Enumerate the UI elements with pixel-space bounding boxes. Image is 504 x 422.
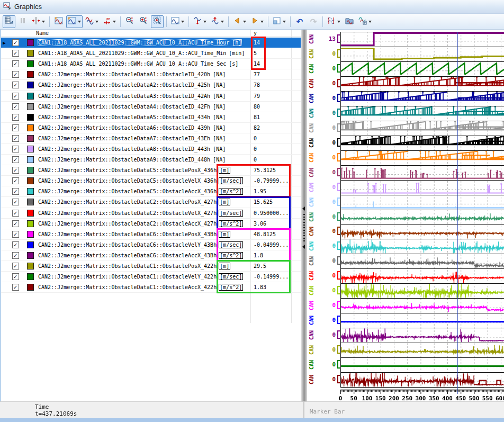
signal-name[interactable]: CAN2::J2merge::Matrix::ObstacleDataC1::O… [38,284,243,290]
table-row[interactable]: ✓CAN2::J2merge::Matrix::ObstacleDataC6::… [1,240,301,250]
table-row[interactable]: ✓CAN2::J2merge::Matrix::ObstacleDataA9::… [1,155,301,165]
signal-color-swatch[interactable] [27,114,34,121]
signal-color-swatch[interactable] [27,210,34,217]
table-row[interactable]: ✓CAN2::J2merge::Matrix::ObstacleDataC1::… [1,282,301,293]
table-row[interactable]: ✓CAN2::J2merge::Matrix::ObstacleDataC2::… [1,208,301,219]
signal-name[interactable]: CAN2::J2merge::Matrix::ObstacleDataC6::O… [38,253,243,258]
axis-config-button[interactable] [30,15,47,28]
table-row[interactable]: ✓CAN2::J2merge::Matrix::ObstacleDataA2::… [1,80,301,91]
splitter-collapse-icon[interactable] [302,206,305,211]
signal-name[interactable]: CAN1::A18_ADAS_ALL_20211029::GWM::GW_ACU… [38,40,241,46]
signal-visibility-checkbox[interactable]: ✓ [12,124,19,131]
signal-down-button[interactable] [192,15,208,28]
table-row[interactable]: ✓CAN2::J2merge::Matrix::ObstacleDataC6::… [1,229,301,240]
table-row[interactable]: ✓CAN2::J2merge::Matrix::ObstacleDataC2::… [1,197,301,208]
signal-color-swatch[interactable] [27,156,34,163]
signal-visibility-checkbox[interactable]: ✓ [12,199,19,205]
signal-visibility-checkbox[interactable]: ✓ [12,252,19,259]
column-header-y[interactable]: y [254,30,257,36]
signal-name[interactable]: CAN1::A18_ADAS_ALL_20211029::GWM::GW_ACU… [38,61,238,67]
signal-name[interactable]: CAN2::J2merge::Matrix::ObstacleDataA6::O… [38,125,226,131]
dropdown-caret-icon[interactable] [95,21,98,23]
signal-color-swatch[interactable] [27,252,34,259]
diagram-view-button[interactable] [169,15,186,28]
dropdown-caret-icon[interactable] [78,21,81,23]
table-row[interactable]: ✓CAN2::J2merge::Matrix::ObstacleDataC2::… [1,219,301,229]
signal-name[interactable]: CAN2::J2merge::Matrix::ObstacleDataC1::O… [38,263,230,269]
signal-color-swatch[interactable] [27,177,34,184]
table-row[interactable]: ✓CAN2::J2merge::Matrix::ObstacleDataC5::… [1,176,301,186]
signal-name[interactable]: CAN2::J2merge::Matrix::ObstacleDataC2::O… [38,221,243,227]
signal-name[interactable]: CAN2::J2merge::Matrix::ObstacleDataA4::O… [38,104,226,110]
signal-visibility-checkbox[interactable]: ✓ [12,135,19,142]
signal-color-swatch[interactable] [27,284,34,291]
signal-visibility-checkbox[interactable]: ✓ [12,263,19,270]
zoom-in-button[interactable]: xy [137,15,150,28]
signal-color-swatch[interactable] [27,146,34,152]
fit-diagram-button[interactable] [52,15,65,28]
signal-color-swatch[interactable] [27,188,34,195]
signal-visibility-checkbox[interactable]: ✓ [12,39,19,46]
zoom-out-button[interactable]: xy [123,15,136,28]
signal-visibility-checkbox[interactable]: ✓ [12,82,19,88]
signal-visibility-checkbox[interactable]: ✓ [12,167,19,174]
dropdown-caret-icon[interactable] [203,21,206,23]
table-row[interactable]: ✓CAN2::J2merge::Matrix::ObstacleDataA1::… [1,69,301,80]
dropdown-caret-icon[interactable] [181,21,184,23]
signal-name[interactable]: CAN2::J2merge::Matrix::ObstacleDataA5::O… [38,114,226,120]
dropdown-caret-icon[interactable] [42,21,45,23]
dropdown-caret-icon[interactable] [368,21,372,23]
table-row[interactable]: ✓CAN2::J2merge::Matrix::ObstacleDataA6::… [1,123,301,133]
signal-up-button[interactable] [209,15,226,28]
signal-visibility-checkbox[interactable]: ✓ [12,71,19,78]
signal-curves-button[interactable] [84,15,100,28]
signal-color-swatch[interactable] [27,135,34,142]
signal-color-swatch[interactable] [27,60,34,67]
signal-name[interactable]: CAN2::J2merge::Matrix::ObstacleDataC2::O… [38,210,243,216]
table-row[interactable]: ✓CAN2::J2merge::Matrix::ObstacleDataA3::… [1,91,301,101]
signal-color-swatch[interactable] [27,241,34,248]
table-row[interactable]: ▶✓CAN1::A18_ADAS_ALL_20211029::GWM::GW_A… [1,38,301,48]
event-prev-button[interactable] [231,15,248,28]
table-row[interactable]: ✓CAN2::J2merge::Matrix::ObstacleDataC5::… [1,165,301,176]
signal-color-swatch[interactable] [27,231,34,238]
signal-color-swatch[interactable] [27,167,34,174]
signal-color-swatch[interactable] [27,124,34,131]
signal-name[interactable]: CAN2::J2merge::Matrix::ObstacleDataC6::O… [38,242,243,248]
signal-color-swatch[interactable] [27,220,34,227]
signal-color-swatch[interactable] [27,50,34,57]
signal-color-swatch[interactable] [27,82,34,88]
signal-name[interactable]: CAN2::J2merge::Matrix::ObstacleDataA9::O… [38,157,226,163]
dropdown-caret-icon[interactable] [113,21,116,23]
signal-visibility-checkbox[interactable]: ✓ [12,156,19,163]
signal-visibility-checkbox[interactable]: ✓ [12,50,19,57]
signal-visibility-checkbox[interactable]: ✓ [12,103,19,110]
signal-color-swatch[interactable] [27,71,34,78]
signal-visibility-checkbox[interactable]: ✓ [12,231,19,238]
signal-name[interactable]: CAN2::J2merge::Matrix::ObstacleDataA7::O… [38,136,226,141]
signal-color-swatch[interactable] [27,263,34,270]
signal-visibility-checkbox[interactable]: ✓ [12,60,19,67]
signal-color-swatch[interactable] [27,103,34,110]
dropdown-caret-icon[interactable] [243,21,246,23]
dropdown-caret-icon[interactable] [283,21,286,23]
signal-name[interactable]: CAN2::J2merge::Matrix::ObstacleDataA1::O… [38,71,226,77]
table-row[interactable]: ✓CAN2::J2merge::Matrix::ObstacleDataC5::… [1,186,301,197]
marker-bar[interactable]: Marker Bar [310,408,345,415]
signal-name[interactable]: CAN2::J2merge::Matrix::ObstacleDataC6::O… [38,231,230,237]
signal-plot-canvas[interactable] [340,32,504,401]
signal-name[interactable]: CAN2::J2merge::Matrix::ObstacleDataC2::O… [38,199,230,205]
window-titlebar[interactable]: Graphics [0,0,504,14]
table-row[interactable]: ✓CAN1::A18_ADAS_ALL_20211029::GWM::GW_AC… [1,48,301,59]
signal-visibility-checkbox[interactable]: ✓ [12,177,19,184]
signal-color-swatch[interactable] [27,39,34,46]
splitter-collapse-icon[interactable] [302,245,305,249]
fit-diagram-menu-button[interactable] [66,15,83,28]
signal-visibility-checkbox[interactable]: ✓ [12,284,19,291]
table-row[interactable]: ✓CAN2::J2merge::Matrix::ObstacleDataA8::… [1,144,301,155]
signal-visibility-checkbox[interactable]: ✓ [12,146,19,152]
signal-color-swatch[interactable] [27,199,34,205]
signal-export-button[interactable] [357,15,373,28]
signal-visibility-checkbox[interactable]: ✓ [12,241,19,248]
xy-mode-button[interactable]: xy [101,15,118,28]
